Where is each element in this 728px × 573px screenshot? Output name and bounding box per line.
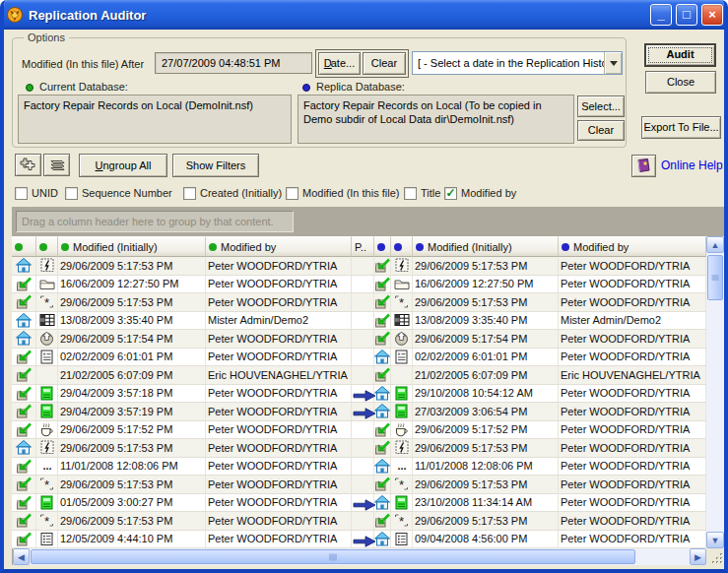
table-row[interactable]: 29/06/2009 5:17:52 PMPeter WOODFORD/YTRI… bbox=[12, 421, 706, 440]
history-dropdown[interactable]: [ - Select a date in the Replication His… bbox=[412, 51, 623, 75]
cell-rdate: 29/06/2009 5:17:53 PM bbox=[413, 512, 559, 530]
clear-date-button[interactable]: Clear bbox=[363, 52, 406, 75]
table-row[interactable]: ...11/01/2008 12:08:06 PMPeter WOODFORD/… bbox=[12, 458, 706, 477]
maximize-button[interactable]: □ bbox=[676, 4, 697, 26]
replication-direction-arrow-icon bbox=[353, 497, 376, 515]
scroll-right-button[interactable]: ▶ bbox=[690, 548, 706, 565]
table-row[interactable]: 29/06/2009 5:17:54 PMPeter WOODFORD/YTRI… bbox=[12, 330, 706, 349]
online-help-button[interactable] bbox=[631, 155, 656, 177]
filter-checkbox-title[interactable] bbox=[404, 187, 417, 200]
table-row[interactable]: 13/08/2009 3:35:40 PMMister Admin/Demo21… bbox=[12, 312, 706, 331]
close-window-button[interactable]: × bbox=[701, 4, 723, 26]
scroll-up-button[interactable]: ▲ bbox=[706, 236, 724, 253]
column-header[interactable]: Modified (Initially) bbox=[58, 236, 206, 257]
group-by-dropzone[interactable]: Drag a column header here to group by th… bbox=[16, 211, 294, 232]
scroll-down-button[interactable]: ▼ bbox=[706, 532, 724, 548]
presence-cell bbox=[352, 512, 374, 530]
star-icon: * bbox=[36, 476, 58, 493]
table-row[interactable]: 01/05/2009 3:00:27 PMPeter WOODFORD/YTRI… bbox=[12, 494, 706, 513]
vertical-scroll-thumb[interactable] bbox=[707, 255, 723, 300]
history-dropdown-value: [ - Select a date in the Replication His… bbox=[413, 57, 604, 69]
cell-rby: Peter WOODFORD/YTRIA bbox=[559, 257, 706, 275]
column-header[interactable]: P.. bbox=[352, 236, 374, 257]
online-help-link[interactable]: Online Help bbox=[661, 159, 723, 172]
table-row[interactable]: 21/02/2005 6:07:09 PMEric HOUVENAGHEL/YT… bbox=[12, 366, 706, 385]
column-header-label: Modified by bbox=[221, 241, 276, 253]
presence-cell bbox=[352, 458, 374, 476]
table-row[interactable]: *29/06/2009 5:17:53 PMPeter WOODFORD/YTR… bbox=[12, 476, 706, 494]
cell-rby: Eric HOUVENAGHEL/YTRIA bbox=[559, 366, 706, 384]
column-header[interactable]: Modified by bbox=[559, 236, 706, 257]
stacked-sheets-icon bbox=[48, 157, 66, 174]
svg-text:...: ... bbox=[42, 459, 51, 471]
app-icon bbox=[6, 6, 24, 24]
box-icon bbox=[12, 512, 36, 530]
resize-grip[interactable] bbox=[711, 551, 724, 564]
table-row[interactable]: 12/05/2009 4:44:10 PMPeter WOODFORD/YTRI… bbox=[12, 531, 706, 549]
box-icon bbox=[374, 330, 391, 348]
date-button-label: ate... bbox=[331, 57, 355, 69]
scroll-left-button[interactable]: ◀ bbox=[13, 548, 30, 565]
filter-checkbox-created-initially-[interactable] bbox=[183, 187, 196, 200]
house-icon bbox=[12, 439, 36, 457]
replication-auditor-window: Replication Auditor _ □ × Options Modifi… bbox=[0, 0, 728, 573]
star-icon: * bbox=[391, 476, 413, 493]
window-title: Replication Auditor bbox=[29, 8, 146, 23]
filter-checkbox-modified-by[interactable]: ✓ bbox=[444, 187, 457, 200]
vertical-scrollbar[interactable]: ▲ ▼ bbox=[706, 236, 724, 548]
collapse-all-button[interactable] bbox=[43, 154, 70, 176]
export-to-file-button[interactable]: Export To File... bbox=[641, 116, 721, 139]
doc-icon bbox=[391, 349, 413, 366]
horizontal-scroll-thumb[interactable] bbox=[31, 549, 635, 564]
column-header-label: P.. bbox=[355, 241, 366, 253]
date-button[interactable]: Date... bbox=[318, 52, 361, 75]
table-row[interactable]: 29/06/2009 5:17:53 PMPeter WOODFORD/YTRI… bbox=[12, 439, 706, 458]
box-icon bbox=[374, 293, 391, 311]
cell-rby: Peter WOODFORD/YTRIA bbox=[559, 276, 706, 293]
svg-text:*: * bbox=[44, 478, 49, 492]
expand-all-button[interactable] bbox=[15, 154, 41, 176]
table-row[interactable]: 29/04/2009 3:57:19 PMPeter WOODFORD/YTRI… bbox=[12, 403, 706, 421]
house-icon bbox=[374, 403, 391, 420]
column-header-label: Modified (Initially) bbox=[73, 241, 158, 253]
table-row[interactable]: *29/06/2009 5:17:53 PMPeter WOODFORD/YTR… bbox=[12, 293, 706, 312]
cell-rdate: 23/10/2008 11:34:14 AM bbox=[413, 494, 559, 512]
cell-ldate: 29/06/2009 5:17:54 PM bbox=[58, 330, 206, 348]
cell-rby: Mister Admin/Demo2 bbox=[559, 312, 706, 330]
ungroup-all-button[interactable]: Ungroup All bbox=[79, 154, 167, 177]
show-filters-button[interactable]: Show Filters bbox=[172, 154, 259, 177]
column-header[interactable] bbox=[374, 236, 391, 257]
filter-checkbox-unid[interactable] bbox=[15, 187, 28, 200]
table-row[interactable]: 29/06/2009 5:17:53 PMPeter WOODFORD/YTRI… bbox=[12, 257, 706, 276]
clear-replica-button[interactable]: Clear bbox=[577, 120, 625, 141]
close-button[interactable]: Close bbox=[645, 71, 716, 94]
column-header[interactable] bbox=[391, 236, 413, 257]
column-header[interactable] bbox=[36, 236, 58, 257]
minimize-button[interactable]: _ bbox=[650, 4, 672, 26]
expand-plus-icon bbox=[20, 157, 37, 174]
title-bar[interactable]: Replication Auditor _ □ × bbox=[0, 0, 728, 30]
column-header[interactable]: Modified (Initially) bbox=[413, 236, 559, 257]
cell-lby: Mister Admin/Demo2 bbox=[206, 312, 352, 330]
replication-direction-arrow-icon bbox=[353, 534, 376, 551]
modified-after-field[interactable]: 27/07/2009 04:48:51 PM bbox=[155, 52, 312, 74]
audit-button[interactable]: Audit bbox=[644, 43, 716, 67]
dropdown-button[interactable] bbox=[604, 52, 622, 74]
cell-ldate: 29/06/2009 5:17:53 PM bbox=[58, 476, 206, 493]
table-row[interactable]: 29/04/2009 3:57:18 PMPeter WOODFORD/YTRI… bbox=[12, 385, 706, 404]
box-icon bbox=[12, 366, 36, 384]
horizontal-scrollbar[interactable]: ◀ ▶ bbox=[13, 548, 706, 565]
column-header[interactable] bbox=[12, 236, 36, 257]
table-row[interactable]: *29/06/2009 5:17:53 PMPeter WOODFORD/YTR… bbox=[12, 512, 706, 531]
table-row[interactable]: 16/06/2009 12:27:50 PMPeter WOODFORD/YTR… bbox=[12, 276, 706, 294]
filter-checkbox-modified-in-this-file-[interactable] bbox=[286, 187, 298, 200]
cell-rdate: 29/06/2009 5:17:53 PM bbox=[413, 439, 559, 457]
current-db-bullet-icon bbox=[26, 84, 33, 92]
filter-checkbox-sequence-number[interactable] bbox=[65, 187, 78, 200]
scrollbar-corner bbox=[706, 548, 725, 565]
table-row[interactable]: 02/02/2009 6:01:01 PMPeter WOODFORD/YTRI… bbox=[12, 349, 706, 367]
select-replica-button[interactable]: Select... bbox=[577, 96, 625, 117]
column-header[interactable]: Modified by bbox=[206, 236, 352, 257]
replica-db-value: Factory Repair Records on Local (To be c… bbox=[298, 95, 574, 144]
box-icon bbox=[374, 366, 391, 384]
